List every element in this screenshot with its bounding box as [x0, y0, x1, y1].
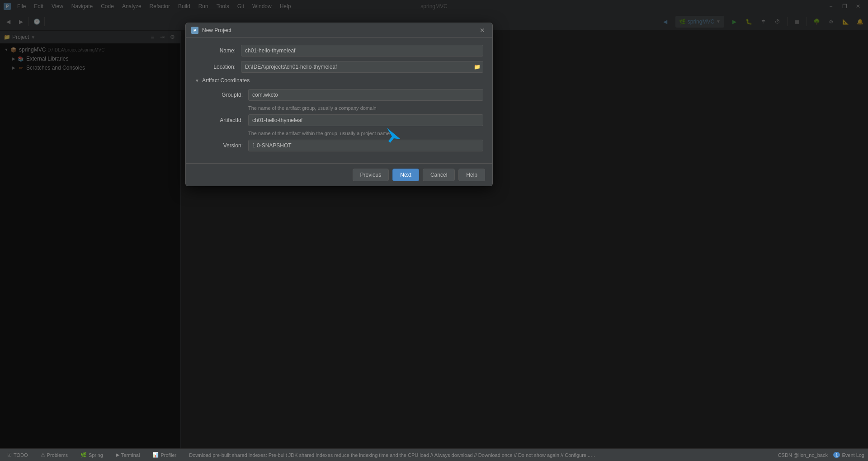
- previous-button[interactable]: Previous: [353, 169, 389, 181]
- profiler-icon: 📊: [152, 452, 159, 458]
- dialog-title-text: New Project: [202, 27, 231, 33]
- status-bar-right: CSDN @lion_no_back 1 Event Log: [778, 452, 864, 458]
- tab-problems[interactable]: ⚠ Problems: [37, 451, 71, 459]
- profiler-label: Profiler: [160, 452, 176, 458]
- next-button[interactable]: Next: [392, 169, 419, 181]
- dialog-close-button[interactable]: ✕: [478, 26, 487, 35]
- location-input[interactable]: [241, 61, 483, 73]
- location-label: Location:: [195, 64, 236, 70]
- tab-spring[interactable]: 🌿 Spring: [77, 451, 107, 459]
- spring-label: Spring: [89, 452, 103, 458]
- event-log-badge: 1: [833, 452, 840, 458]
- problems-icon: ⚠: [41, 452, 45, 458]
- dialog-title-bar: P New Project ✕: [186, 23, 492, 38]
- cancel-button[interactable]: Cancel: [423, 169, 455, 181]
- name-input[interactable]: [241, 45, 483, 56]
- artifact-section-content: GroupId: The name of the artifact group,…: [195, 89, 483, 151]
- event-log-section[interactable]: 1 Event Log: [833, 452, 864, 458]
- name-field-row: Name:: [195, 45, 483, 56]
- todo-icon: ☑: [7, 452, 12, 458]
- name-label: Name:: [195, 47, 236, 54]
- tab-terminal[interactable]: ▶ Terminal: [112, 451, 144, 459]
- artifactid-field-row: ArtifactId:: [202, 114, 483, 126]
- todo-label: TODO: [14, 452, 28, 458]
- artifact-section-header[interactable]: ▼ Artifact Coordinates: [195, 77, 483, 84]
- event-log-label: Event Log: [842, 452, 864, 458]
- dialog-body: Name: Location: 📁 ▼ Artifact Coordinates: [186, 38, 492, 163]
- version-label: Version:: [202, 142, 243, 149]
- status-bar-left: ☑ TODO ⚠ Problems 🌿 Spring ▶ Terminal 📊 …: [4, 451, 778, 459]
- groupid-hint: The name of the artifact group, usually …: [248, 105, 483, 111]
- user-info: CSDN @lion_no_back: [778, 452, 828, 458]
- new-project-dialog: P New Project ✕ Name: Location: 📁 ▼ Art: [185, 23, 493, 186]
- status-bar: ☑ TODO ⚠ Problems 🌿 Spring ▶ Terminal 📊 …: [0, 448, 868, 461]
- groupid-label: GroupId:: [202, 92, 243, 98]
- version-input-wrap: [248, 140, 483, 151]
- location-browse-icon[interactable]: 📁: [474, 64, 481, 70]
- artifactid-input[interactable]: [248, 114, 483, 126]
- artifact-section: ▼ Artifact Coordinates GroupId: The name…: [195, 77, 483, 151]
- status-message: Download pre-built shared indexes: Pre-b…: [189, 452, 596, 458]
- terminal-label: Terminal: [121, 452, 140, 458]
- artifactid-label: ArtifactId:: [202, 117, 243, 123]
- spring-icon: 🌿: [80, 452, 87, 458]
- dialog-title-content: P New Project: [191, 27, 231, 34]
- terminal-icon: ▶: [116, 452, 119, 458]
- dialog-footer: Previous Next Cancel Help: [186, 163, 492, 186]
- location-field-row: Location: 📁: [195, 61, 483, 73]
- groupid-input[interactable]: [248, 89, 483, 101]
- name-input-wrap: [241, 45, 483, 56]
- artifact-section-arrow: ▼: [195, 78, 199, 83]
- tab-profiler[interactable]: 📊 Profiler: [149, 451, 180, 459]
- location-input-wrap: 📁: [241, 61, 483, 73]
- dialog-app-icon: P: [191, 27, 198, 34]
- version-input[interactable]: [248, 140, 483, 151]
- groupid-field-row: GroupId:: [202, 89, 483, 101]
- problems-label: Problems: [47, 452, 68, 458]
- artifact-section-title: Artifact Coordinates: [202, 77, 250, 84]
- groupid-input-wrap: [248, 89, 483, 101]
- help-button[interactable]: Help: [458, 169, 485, 181]
- tab-todo[interactable]: ☑ TODO: [4, 451, 32, 459]
- artifactid-input-wrap: [248, 114, 483, 126]
- version-field-row: Version:: [202, 140, 483, 151]
- artifactid-hint: The name of the artifact within the grou…: [248, 131, 483, 136]
